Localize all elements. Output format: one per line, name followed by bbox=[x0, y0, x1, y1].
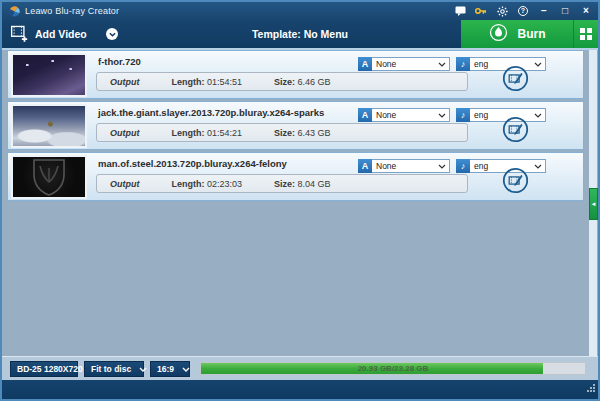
subtitle-dropdown[interactable]: A None bbox=[358, 108, 450, 122]
close-button[interactable]: × bbox=[580, 5, 592, 17]
burn-button[interactable]: Burn bbox=[461, 20, 573, 48]
subtitle-value: None bbox=[376, 59, 438, 69]
fit-mode-value: Fit to disc bbox=[91, 364, 131, 374]
audio-icon: ♪ bbox=[456, 108, 470, 122]
maximize-button[interactable]: □ bbox=[559, 5, 571, 17]
size-label: Size: bbox=[274, 77, 295, 87]
capacity-progress-bar: 20.93 GB/23.28 GB bbox=[200, 362, 586, 375]
feedback-icon[interactable] bbox=[454, 5, 466, 17]
register-key-icon[interactable] bbox=[475, 5, 487, 17]
grid-icon bbox=[580, 28, 592, 40]
video-thumbnail bbox=[11, 53, 87, 97]
video-row[interactable]: jack.the.giant.slayer.2013.720p.bluray.x… bbox=[7, 101, 584, 150]
output-info-bar: Output Length: 01:54:51 Size: 6.46 GB bbox=[96, 72, 468, 91]
subtitle-icon: A bbox=[358, 57, 372, 71]
length-label: Length: bbox=[172, 179, 205, 189]
subtitle-value: None bbox=[376, 110, 438, 120]
arrow-left-icon: ◄ bbox=[591, 201, 597, 207]
length-value: 02:23:03 bbox=[207, 179, 242, 189]
subtitle-dropdown[interactable]: A None bbox=[358, 57, 450, 71]
chevron-down-icon bbox=[534, 164, 542, 169]
app-logo-icon bbox=[8, 5, 20, 17]
template-menu-label[interactable]: Template: No Menu bbox=[252, 20, 348, 48]
template-grid-button[interactable] bbox=[573, 20, 598, 48]
subtitle-icon: A bbox=[358, 159, 372, 173]
subtitle-dropdown[interactable]: A None bbox=[358, 159, 450, 173]
length-label: Length: bbox=[172, 128, 205, 138]
edit-video-button[interactable] bbox=[502, 65, 529, 92]
video-title: jack.the.giant.slayer.2013.720p.bluray.x… bbox=[98, 107, 324, 118]
size-value: 6.46 GB bbox=[298, 77, 331, 87]
audio-icon: ♪ bbox=[456, 57, 470, 71]
resize-grip[interactable] bbox=[587, 379, 596, 397]
app-window: Leawo Blu-ray Creator bbox=[0, 0, 600, 401]
output-label: Output bbox=[110, 179, 140, 189]
audio-dropdown[interactable]: ♪ eng bbox=[456, 108, 546, 122]
capacity-progress-text: 20.93 GB/23.28 GB bbox=[201, 364, 585, 373]
expand-panel-handle[interactable]: ◄ bbox=[589, 188, 598, 220]
status-footer bbox=[2, 380, 598, 399]
size-value: 8.04 GB bbox=[298, 179, 331, 189]
chevron-down-icon bbox=[438, 113, 446, 118]
add-video-film-icon bbox=[10, 24, 28, 44]
length-label: Length: bbox=[172, 77, 205, 87]
video-title: f-thor.720 bbox=[98, 56, 141, 67]
main-toolbar: Add Video Template: No Menu Burn bbox=[2, 20, 598, 48]
add-video-dropdown-icon[interactable] bbox=[106, 28, 118, 40]
flame-icon bbox=[489, 23, 508, 45]
disc-type-dropdown[interactable]: BD-25 1280X720 bbox=[10, 361, 78, 377]
help-icon[interactable]: ? bbox=[517, 5, 529, 17]
chevron-down-icon bbox=[534, 113, 542, 118]
chevron-down-icon bbox=[139, 367, 147, 372]
size-label: Size: bbox=[274, 128, 295, 138]
add-video-label: Add Video bbox=[35, 28, 87, 40]
chevron-down-icon bbox=[182, 367, 190, 372]
audio-dropdown[interactable]: ♪ eng bbox=[456, 159, 546, 173]
edit-video-button[interactable] bbox=[502, 116, 529, 143]
wb-shield-logo bbox=[32, 158, 66, 196]
video-row[interactable]: f-thor.720 Output Length: 01:54:51 Size:… bbox=[7, 50, 584, 99]
length-value: 01:54:51 bbox=[207, 77, 242, 87]
output-info-bar: Output Length: 01:54:21 Size: 6.43 GB bbox=[96, 123, 468, 142]
audio-dropdown[interactable]: ♪ eng bbox=[456, 57, 546, 71]
minimize-button[interactable]: − bbox=[538, 5, 550, 17]
disc-type-value: BD-25 1280X720 bbox=[17, 364, 83, 374]
window-title: Leawo Blu-ray Creator bbox=[25, 6, 119, 16]
output-info-bar: Output Length: 02:23:03 Size: 8.04 GB bbox=[96, 174, 468, 193]
subtitle-value: None bbox=[376, 161, 438, 171]
settings-gear-icon[interactable] bbox=[496, 5, 508, 17]
output-label: Output bbox=[110, 128, 140, 138]
fit-mode-dropdown[interactable]: Fit to disc bbox=[84, 361, 144, 377]
burn-button-label: Burn bbox=[518, 27, 546, 41]
video-row[interactable]: man.of.steel.2013.720p.bluray.x264-felon… bbox=[7, 152, 584, 201]
output-label: Output bbox=[110, 77, 140, 87]
video-thumbnail bbox=[11, 104, 87, 148]
video-title: man.of.steel.2013.720p.bluray.x264-felon… bbox=[98, 158, 287, 169]
size-label: Size: bbox=[274, 179, 295, 189]
audio-icon: ♪ bbox=[456, 159, 470, 173]
subtitle-icon: A bbox=[358, 108, 372, 122]
aspect-ratio-value: 16:9 bbox=[157, 364, 174, 374]
video-list-panel: f-thor.720 Output Length: 01:54:51 Size:… bbox=[2, 48, 598, 356]
chevron-down-icon bbox=[438, 164, 446, 169]
length-value: 01:54:21 bbox=[207, 128, 242, 138]
aspect-ratio-dropdown[interactable]: 16:9 bbox=[150, 361, 190, 377]
chevron-down-icon bbox=[438, 62, 446, 67]
bottom-settings-bar: BD-25 1280X720 Fit to disc 16:9 20.93 GB… bbox=[2, 356, 598, 380]
title-bar: Leawo Blu-ray Creator bbox=[2, 2, 598, 20]
add-video-button[interactable]: Add Video bbox=[10, 20, 87, 48]
chevron-down-icon bbox=[534, 62, 542, 67]
video-thumbnail bbox=[11, 155, 87, 199]
edit-video-button[interactable] bbox=[502, 167, 529, 194]
size-value: 6.43 GB bbox=[298, 128, 331, 138]
